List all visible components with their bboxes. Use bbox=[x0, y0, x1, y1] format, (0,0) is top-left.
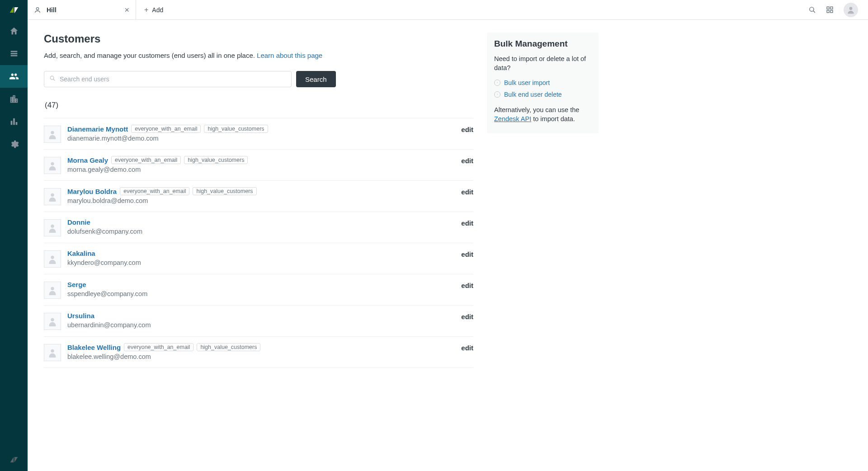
user-tag: everyone_with_an_email bbox=[120, 187, 189, 195]
user-avatar bbox=[44, 188, 61, 205]
user-row: Marylou Boldra everyone_with_an_emailhig… bbox=[44, 181, 473, 212]
user-row: Serge sspendleye@company.com edit bbox=[44, 274, 473, 306]
edit-link[interactable]: edit bbox=[461, 250, 473, 258]
edit-link[interactable]: edit bbox=[461, 312, 473, 320]
nav-reporting[interactable] bbox=[0, 110, 28, 133]
topbar: Hill × + Add bbox=[28, 0, 868, 20]
nav-views[interactable] bbox=[0, 42, 28, 65]
user-email: marylou.boldra@demo.com bbox=[67, 197, 455, 204]
edit-link[interactable]: edit bbox=[461, 218, 473, 227]
svg-point-11 bbox=[51, 162, 54, 165]
learn-link[interactable]: Learn about this page bbox=[257, 52, 322, 59]
user-name-link[interactable]: Kakalina bbox=[67, 250, 95, 257]
user-name-link[interactable]: Donnie bbox=[67, 218, 90, 226]
user-name-link[interactable]: Blakelee Welling bbox=[67, 344, 121, 351]
result-count: (47) bbox=[44, 101, 473, 110]
user-avatar bbox=[44, 157, 61, 174]
edit-link[interactable]: edit bbox=[461, 125, 473, 133]
add-tab-button[interactable]: + Add bbox=[136, 6, 171, 14]
svg-point-0 bbox=[36, 7, 38, 9]
user-email: blakelee.welling@demo.com bbox=[67, 353, 455, 360]
svg-point-7 bbox=[849, 7, 853, 10]
svg-point-15 bbox=[51, 287, 54, 290]
page-title: Customers bbox=[44, 33, 473, 45]
user-list: Dianemarie Mynott everyone_with_an_email… bbox=[44, 118, 473, 368]
user-email: morna.gealy@demo.com bbox=[67, 166, 455, 173]
user-row: Kakalina kkyndero@company.com edit bbox=[44, 243, 473, 274]
plus-icon: + bbox=[144, 6, 148, 14]
edit-link[interactable]: edit bbox=[461, 187, 473, 196]
user-email: kkyndero@company.com bbox=[67, 259, 455, 266]
svg-point-17 bbox=[51, 349, 54, 353]
svg-point-16 bbox=[51, 318, 54, 321]
user-row: Ursulina ubernardinin@company.com edit bbox=[44, 306, 473, 337]
svg-rect-6 bbox=[830, 10, 833, 13]
user-email: sspendleye@company.com bbox=[67, 290, 455, 297]
edit-link[interactable]: edit bbox=[461, 156, 473, 165]
nav-organizations[interactable] bbox=[0, 88, 28, 110]
user-avatar bbox=[44, 219, 61, 236]
user-avatar bbox=[44, 250, 61, 268]
user-tag: high_value_customers bbox=[197, 343, 260, 351]
user-icon bbox=[34, 6, 41, 14]
user-tag: everyone_with_an_email bbox=[111, 156, 181, 164]
svg-line-9 bbox=[53, 79, 55, 80]
user-tag: high_value_customers bbox=[204, 125, 268, 133]
user-tag: high_value_customers bbox=[193, 187, 256, 195]
nav-admin[interactable] bbox=[0, 133, 28, 155]
edit-link[interactable]: edit bbox=[461, 343, 473, 352]
user-name-link[interactable]: Marylou Boldra bbox=[67, 188, 117, 195]
user-tag: everyone_with_an_email bbox=[131, 125, 201, 133]
nav-customers[interactable] bbox=[0, 65, 28, 88]
user-email: dolufsenk@company.com bbox=[67, 228, 455, 235]
svg-rect-5 bbox=[827, 10, 829, 13]
user-name-link[interactable]: Dianemarie Mynott bbox=[67, 125, 128, 133]
close-icon[interactable]: × bbox=[124, 6, 129, 14]
user-email: dianemarie.mynott@demo.com bbox=[67, 135, 455, 142]
svg-rect-4 bbox=[830, 7, 833, 9]
chevron-right-icon: › bbox=[494, 80, 500, 86]
tab-user[interactable]: Hill × bbox=[28, 0, 136, 20]
bulk-import-link[interactable]: › Bulk user import bbox=[494, 79, 591, 86]
svg-point-10 bbox=[51, 131, 54, 134]
zendesk-products-icon[interactable] bbox=[0, 448, 28, 471]
svg-point-12 bbox=[51, 193, 54, 197]
chevron-right-icon: › bbox=[494, 91, 500, 98]
user-tag: high_value_customers bbox=[184, 156, 248, 164]
user-tag: everyone_with_an_email bbox=[124, 343, 193, 351]
bulk-panel: Bulk Management Need to import or delete… bbox=[487, 33, 599, 133]
user-avatar bbox=[44, 344, 61, 361]
user-avatar bbox=[44, 313, 61, 330]
user-avatar bbox=[44, 126, 61, 143]
user-row: Blakelee Welling everyone_with_an_emailh… bbox=[44, 337, 473, 368]
svg-point-13 bbox=[51, 225, 54, 228]
search-input[interactable] bbox=[44, 71, 292, 87]
user-email: ubernardinin@company.com bbox=[67, 321, 455, 329]
profile-avatar[interactable] bbox=[844, 3, 858, 17]
svg-line-2 bbox=[813, 11, 815, 13]
bulk-title: Bulk Management bbox=[494, 39, 591, 49]
user-row: Morna Gealy everyone_with_an_emailhigh_v… bbox=[44, 150, 473, 181]
svg-point-1 bbox=[810, 7, 814, 11]
edit-link[interactable]: edit bbox=[461, 281, 473, 289]
zendesk-logo bbox=[0, 0, 28, 20]
bulk-delete-link[interactable]: › Bulk end user delete bbox=[494, 91, 591, 98]
user-row: Donnie dolufsenk@company.com edit bbox=[44, 212, 473, 243]
user-name-link[interactable]: Ursulina bbox=[67, 312, 94, 320]
sidebar-nav bbox=[0, 0, 28, 471]
bulk-alt-text: Alternatively, you can use the Zendesk A… bbox=[494, 105, 591, 124]
user-name-link[interactable]: Serge bbox=[67, 281, 86, 288]
zendesk-api-link[interactable]: Zendesk API bbox=[494, 115, 531, 122]
search-button[interactable]: Search bbox=[296, 71, 336, 87]
user-name-link[interactable]: Morna Gealy bbox=[67, 156, 108, 164]
tab-label: Hill bbox=[47, 6, 57, 14]
svg-rect-3 bbox=[827, 7, 829, 9]
apps-icon[interactable] bbox=[826, 6, 834, 14]
bulk-desc: Need to import or delete a lot of data? bbox=[494, 54, 591, 73]
svg-point-14 bbox=[51, 256, 54, 259]
page-subtitle: Add, search, and manage your customers (… bbox=[44, 52, 473, 59]
search-icon[interactable] bbox=[808, 6, 816, 14]
nav-home[interactable] bbox=[0, 20, 28, 42]
add-tab-label: Add bbox=[152, 6, 163, 14]
svg-point-8 bbox=[50, 76, 54, 80]
